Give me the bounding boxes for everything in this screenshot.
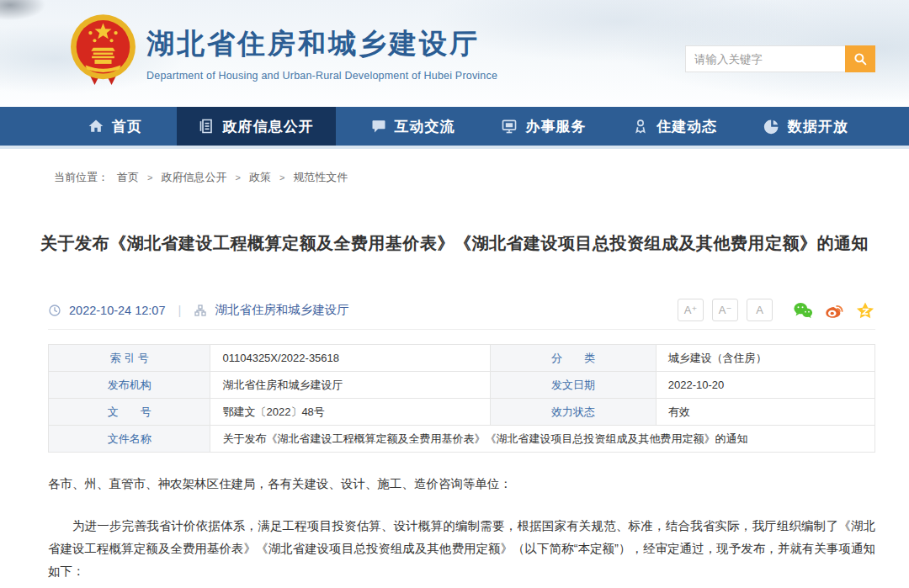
breadcrumb-separator: > (279, 172, 284, 183)
validity-value: 有效 (656, 399, 874, 426)
document-info-table: 索 引 号 01104325X/2022-35618 分 类 城乡建设（含住房）… (48, 344, 875, 453)
category-label: 分 类 (491, 345, 656, 372)
article-title: 关于发布《湖北省建设工程概算定额及全费用基价表》《湖北省建设项目总投资组成及其他… (34, 232, 875, 255)
table-row: 文 号 鄂建文〔2022〕48号 效力状态 有效 (49, 399, 875, 426)
font-decrease-button[interactable]: A⁻ (712, 299, 738, 321)
nav-item-news[interactable]: 住建动态 (620, 107, 729, 146)
table-row: 文件名称 关于发布《湖北省建设工程概算定额及全费用基价表》《湖北省建设项目总投资… (49, 426, 875, 453)
breadcrumb-separator: > (147, 172, 152, 183)
publish-date: 2022-10-24 12:07 (69, 304, 166, 317)
national-emblem-logo (67, 12, 139, 89)
meta-separator: | (178, 304, 182, 317)
breadcrumb-home[interactable]: 首页 (117, 170, 139, 185)
home-icon (88, 118, 104, 135)
index-number-value: 01104325X/2022-35618 (210, 345, 491, 372)
breadcrumb-label: 当前位置： (54, 170, 109, 185)
organization-icon (194, 304, 207, 317)
font-increase-button[interactable]: A⁺ (678, 299, 704, 321)
doc-number-value: 鄂建文〔2022〕48号 (210, 399, 491, 426)
qzone-share-icon[interactable] (855, 301, 875, 320)
monitor-icon (501, 118, 518, 135)
font-reset-button[interactable]: A (747, 299, 773, 321)
table-row: 发布机构 湖北省住房和城乡建设厅 发文日期 2022-10-20 (49, 372, 875, 399)
site-subtitle: Department of Housing and Urban-Rural De… (146, 70, 497, 82)
nav-item-interaction[interactable]: 互动交流 (359, 107, 467, 146)
document-icon (199, 118, 215, 135)
breadcrumb-gov-info[interactable]: 政府信息公开 (161, 170, 226, 185)
meta-divider (48, 329, 875, 330)
search-input[interactable] (685, 45, 845, 72)
doc-number-label: 文 号 (49, 399, 210, 426)
search-button[interactable] (845, 45, 875, 72)
breadcrumb-policy[interactable]: 政策 (249, 170, 271, 185)
nav-item-gov-info[interactable]: 政府信息公开 (177, 107, 336, 146)
nav-item-open-data[interactable]: 数据开放 (752, 107, 860, 146)
person-icon (632, 118, 649, 135)
body-paragraph: 各市、州、直管市、神农架林区住建局，各有关建设、设计、施工、造价咨询等单位： (48, 473, 875, 495)
nav-bottom-strip (0, 146, 909, 149)
nav-item-label: 首页 (112, 117, 142, 136)
chat-icon (370, 118, 387, 135)
nav-item-label: 住建动态 (656, 117, 717, 136)
issue-date-value: 2022-10-20 (656, 372, 874, 399)
nav-item-home[interactable]: 首页 (76, 107, 154, 146)
nav-item-label: 互动交流 (395, 117, 455, 136)
search-bar (685, 45, 875, 72)
nav-item-label: 数据开放 (788, 117, 848, 136)
pie-icon (763, 118, 780, 135)
main-nav: 首页 政府信息公开 互动交流 办事服务 (0, 107, 909, 146)
weibo-share-icon[interactable] (824, 301, 844, 320)
issue-date-label: 发文日期 (491, 372, 656, 399)
validity-label: 效力状态 (491, 399, 656, 426)
issuing-agency-label: 发布机构 (49, 372, 210, 399)
wechat-share-icon[interactable] (793, 301, 813, 320)
doc-title-label: 文件名称 (49, 426, 210, 453)
nav-item-label: 办事服务 (525, 117, 586, 136)
breadcrumb: 当前位置： 首页 > 政府信息公开 > 政策 > 规范性文件 (54, 170, 909, 185)
search-icon (853, 51, 868, 66)
site-header: 湖北省住房和城乡建设厅 Department of Housing and Ur… (0, 0, 909, 107)
breadcrumb-normative-docs[interactable]: 规范性文件 (293, 170, 348, 185)
body-paragraph: 为进一步完善我省计价依据体系，满足工程项目投资估算、设计概算的编制需要，根据国家… (48, 515, 875, 583)
publish-source: 湖北省住房和城乡建设厅 (215, 302, 349, 318)
table-row: 索 引 号 01104325X/2022-35618 分 类 城乡建设（含住房） (49, 345, 875, 372)
issuing-agency-value: 湖北省住房和城乡建设厅 (210, 372, 491, 399)
site-title: 湖北省住房和城乡建设厅 (146, 25, 497, 63)
breadcrumb-separator: > (235, 172, 240, 183)
nav-item-label: 政府信息公开 (223, 117, 314, 136)
nav-item-services[interactable]: 办事服务 (489, 107, 598, 146)
clock-icon (48, 304, 61, 317)
doc-title-value: 关于发布《湖北省建设工程概算定额及全费用基价表》《湖北省建设项目总投资组成及其他… (210, 426, 875, 453)
article-body: 各市、州、直管市、神农架林区住建局，各有关建设、设计、施工、造价咨询等单位： 为… (48, 473, 875, 583)
category-value: 城乡建设（含住房） (656, 345, 874, 372)
article-meta: 2022-10-24 12:07 | 湖北省住房和城乡建设厅 A⁺ A⁻ A (48, 299, 875, 321)
index-number-label: 索 引 号 (49, 345, 210, 372)
